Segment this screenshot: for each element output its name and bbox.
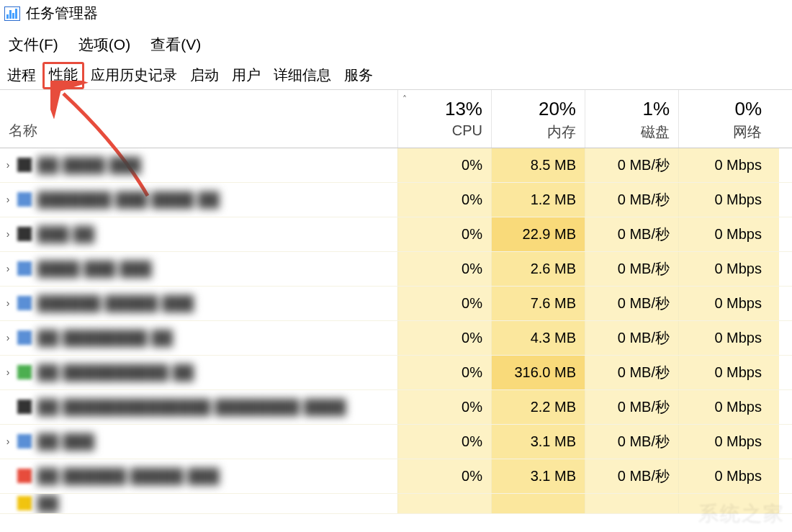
process-icon [17, 496, 32, 510]
process-name-blurred: ██ ████ ███ [37, 157, 141, 173]
net-cell [678, 494, 779, 513]
disk-label: 磁盘 [585, 122, 670, 142]
process-name-cell: ███ ██ [13, 217, 397, 251]
menu-view[interactable]: 查看(V) [150, 35, 201, 55]
titlebar: 任务管理器 [0, 0, 792, 26]
table-row[interactable]: › ███████ ███ ████ ██ 0% 1.2 MB 0 MB/秒 0… [0, 183, 792, 217]
net-cell: 0 Mbps [678, 356, 779, 389]
process-name-blurred: ██ ████████ ██ [37, 330, 173, 346]
expand-toggle[interactable] [0, 494, 13, 513]
column-name[interactable]: 名称 [0, 90, 397, 148]
tab-details[interactable]: 详细信息 [267, 62, 338, 89]
expand-toggle[interactable]: › [0, 217, 13, 251]
cpu-cell: 0% [397, 321, 491, 355]
process-name-blurred: ███ ██ [37, 226, 94, 243]
mem-cell [491, 494, 585, 513]
expand-toggle[interactable]: › [0, 287, 13, 320]
process-name-cell: ██ ████ ███ [13, 148, 397, 182]
column-disk[interactable]: 1% 磁盘 [585, 90, 678, 148]
mem-cell: 4.3 MB [491, 321, 585, 355]
net-label: 网络 [679, 122, 762, 142]
menubar: 文件(F) 选项(O) 查看(V) [0, 26, 792, 62]
disk-cell: 0 MB/秒 [585, 356, 678, 389]
mem-cell: 2.6 MB [491, 252, 585, 286]
expand-toggle[interactable] [0, 390, 13, 424]
table-row[interactable]: › ███ ██ 0% 22.9 MB 0 MB/秒 0 Mbps [0, 217, 792, 252]
column-name-label: 名称 [9, 121, 37, 140]
table-row[interactable]: ██ ██████████████ ████████ ████ 0% 2.2 M… [0, 390, 792, 425]
expand-toggle[interactable]: › [0, 252, 13, 286]
disk-cell: 0 MB/秒 [585, 321, 678, 355]
column-headers: 名称 ˄ 13% CPU 20% 内存 1% 磁盘 0% 网络 [0, 90, 792, 148]
process-icon [17, 227, 32, 241]
disk-cell: 0 MB/秒 [585, 390, 678, 424]
mem-cell: 3.1 MB [491, 425, 585, 459]
column-memory[interactable]: 20% 内存 [491, 90, 585, 148]
process-icon [17, 296, 32, 310]
net-cell: 0 Mbps [678, 287, 779, 320]
menu-file[interactable]: 文件(F) [9, 35, 58, 55]
net-cell: 0 Mbps [678, 252, 779, 286]
table-row[interactable]: ██ [0, 494, 792, 514]
process-icon [17, 261, 32, 276]
process-icon [17, 192, 32, 207]
cpu-cell: 0% [397, 217, 491, 251]
mem-cell: 8.5 MB [491, 148, 585, 182]
tabstrip: 进程 性能 应用历史记录 启动 用户 详细信息 服务 [0, 62, 792, 90]
tab-users[interactable]: 用户 [225, 62, 267, 89]
tab-processes[interactable]: 进程 [1, 62, 42, 89]
column-network[interactable]: 0% 网络 [678, 90, 779, 148]
task-manager-icon [4, 6, 20, 21]
process-icon [17, 365, 32, 379]
process-name-blurred: ██ [37, 495, 58, 512]
table-row[interactable]: › ██ ███ 0% 3.1 MB 0 MB/秒 0 Mbps [0, 425, 792, 459]
expand-toggle[interactable] [0, 459, 13, 493]
table-row[interactable]: ██ ██████ █████ ███ 0% 3.1 MB 0 MB/秒 0 M… [0, 459, 792, 494]
process-name-blurred: ██████ █████ ███ [37, 295, 194, 312]
cpu-cell: 0% [397, 252, 491, 286]
tab-app-history[interactable]: 应用历史记录 [84, 62, 184, 89]
cpu-cell: 0% [397, 390, 491, 424]
disk-cell [585, 494, 678, 513]
table-row[interactable]: › ████ ███ ███ 0% 2.6 MB 0 MB/秒 0 Mbps [0, 252, 792, 287]
process-name-cell: ██ ██████████ ██ [13, 356, 397, 389]
expand-toggle[interactable]: › [0, 183, 13, 217]
process-name-cell: ██ ██████████████ ████████ ████ [13, 390, 397, 424]
menu-options[interactable]: 选项(O) [78, 35, 130, 55]
tab-startup[interactable]: 启动 [184, 62, 225, 89]
table-row[interactable]: › ██ ██████████ ██ 0% 316.0 MB 0 MB/秒 0 … [0, 356, 792, 390]
expand-toggle[interactable]: › [0, 356, 13, 389]
process-name-blurred: ██ ███ [37, 433, 94, 450]
table-row[interactable]: › ██ ████████ ██ 0% 4.3 MB 0 MB/秒 0 Mbps [0, 321, 792, 356]
process-name-cell: ████ ███ ███ [13, 252, 397, 286]
expand-toggle[interactable]: › [0, 425, 13, 459]
expand-toggle[interactable]: › [0, 148, 13, 182]
process-name-cell: ██████ █████ ███ [13, 287, 397, 320]
process-name-cell: ██ [13, 494, 397, 513]
net-cell: 0 Mbps [678, 321, 779, 355]
process-list: › ██ ████ ███ 0% 8.5 MB 0 MB/秒 0 Mbps › … [0, 148, 792, 514]
tab-performance[interactable]: 性能 [42, 62, 84, 89]
cpu-cell: 0% [397, 356, 491, 389]
expand-toggle[interactable]: › [0, 321, 13, 355]
process-name-blurred: ██ ██████████ ██ [37, 364, 194, 381]
cpu-cell: 0% [397, 287, 491, 320]
cpu-label: CPU [398, 122, 482, 139]
process-name-cell: ███████ ███ ████ ██ [13, 183, 397, 217]
net-cell: 0 Mbps [678, 148, 779, 182]
cpu-cell: 0% [397, 425, 491, 459]
window-title: 任务管理器 [26, 4, 98, 23]
mem-percent: 20% [492, 99, 576, 120]
process-name-cell: ██ ████████ ██ [13, 321, 397, 355]
disk-cell: 0 MB/秒 [585, 459, 678, 493]
sort-caret-icon: ˄ [402, 94, 456, 104]
mem-label: 内存 [492, 122, 576, 142]
net-cell: 0 Mbps [678, 183, 779, 217]
net-percent: 0% [679, 99, 762, 120]
column-cpu[interactable]: ˄ 13% CPU [397, 90, 491, 148]
cpu-cell: 0% [397, 183, 491, 217]
disk-cell: 0 MB/秒 [585, 183, 678, 217]
table-row[interactable]: › ██████ █████ ███ 0% 7.6 MB 0 MB/秒 0 Mb… [0, 287, 792, 321]
table-row[interactable]: › ██ ████ ███ 0% 8.5 MB 0 MB/秒 0 Mbps [0, 148, 792, 183]
tab-services[interactable]: 服务 [338, 62, 379, 89]
